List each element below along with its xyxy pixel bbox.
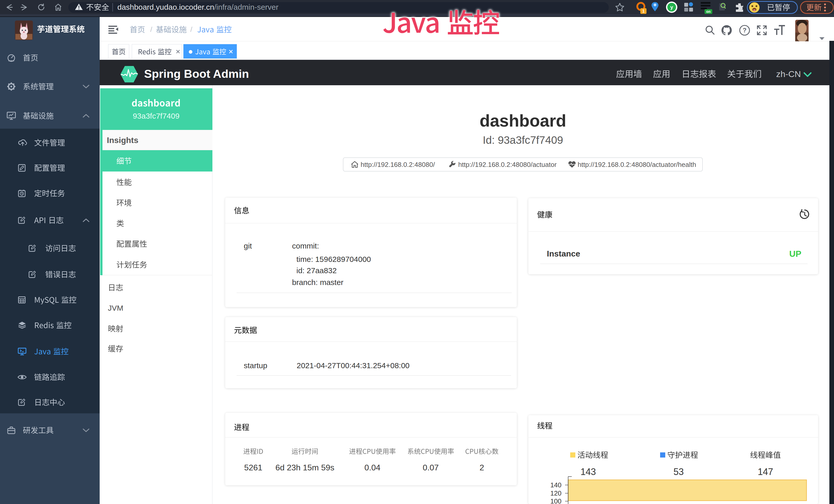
svg-text:y: y [670, 4, 673, 10]
svg-text:1: 1 [642, 9, 645, 13]
svg-text:?: ? [743, 27, 747, 33]
svg-text:on: on [706, 9, 710, 14]
